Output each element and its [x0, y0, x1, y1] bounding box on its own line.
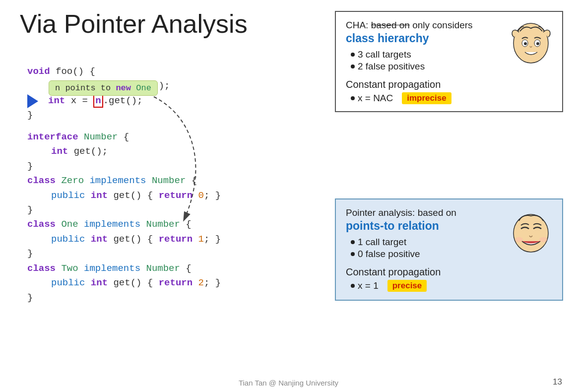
val-zero: 0 — [198, 189, 204, 203]
bullet-x-nac: x = NAC imprecise — [351, 92, 473, 104]
bullet-text-3: x = NAC — [358, 93, 393, 104]
svg-point-5 — [536, 42, 539, 45]
code-line-two-get: public int get() { return 2 ; } — [27, 276, 221, 290]
code-area: void foo() { Number n = new One (); int … — [27, 65, 221, 305]
keyword-class3: class — [27, 261, 56, 276]
bullet-dot-3 — [351, 96, 355, 100]
code-foo: foo() { — [56, 65, 95, 79]
code-line-brace2: } — [27, 159, 221, 174]
brace-open5: { — [186, 261, 191, 276]
bullet-dot-4 — [351, 240, 355, 244]
keyword-implements1: implements — [89, 174, 146, 188]
svg-point-8 — [539, 237, 547, 242]
tooltip-bubble: n points to new One — [49, 80, 158, 96]
code-get2: get() { — [113, 189, 153, 203]
code-get1: .get(); — [103, 94, 143, 108]
badge-imprecise: imprecise — [402, 92, 451, 104]
tooltip-new: new — [116, 83, 131, 93]
code-line-brace4: } — [27, 247, 221, 261]
brace-close1: } — [27, 108, 33, 123]
cha-line1: CHA: based on only considers — [346, 20, 473, 31]
class-number-ref3: Number — [146, 261, 180, 276]
bullet-text-5: 0 false positive — [358, 249, 420, 260]
keyword-int5: int — [91, 276, 108, 290]
brace-close3: } — [27, 203, 33, 217]
bullet-dot-6 — [351, 284, 355, 288]
keyword-public2: public — [51, 232, 85, 247]
code-line-zero: class Zero implements Number { — [27, 174, 221, 188]
brace-close2: } — [27, 159, 33, 174]
keyword-class1: class — [27, 174, 56, 188]
keyword-implements3: implements — [84, 261, 140, 276]
keyword-interface: interface — [27, 130, 78, 144]
slide-title: Via Pointer Analysis — [20, 9, 248, 39]
code-semi2: ; } — [204, 232, 221, 247]
brace-open4: { — [186, 217, 191, 232]
class-number-ref2: Number — [146, 217, 180, 232]
code-line-brace3: } — [27, 203, 221, 217]
keyword-public3: public — [51, 276, 85, 290]
badge-precise: precise — [387, 280, 427, 292]
keyword-int2: int — [51, 144, 68, 159]
code-line-one-get: public int get() { return 1 ; } — [27, 232, 221, 247]
bullet-text-1: 3 call targets — [358, 49, 411, 60]
brace-open3: { — [192, 174, 197, 188]
class-zero: Zero — [61, 174, 84, 188]
code-line-two: class Two implements Number { — [27, 261, 221, 276]
code-line-interface: interface Number { — [27, 130, 221, 144]
meme-happy — [510, 210, 552, 255]
blue-arrow — [27, 94, 45, 108]
brace-close5: } — [27, 291, 33, 305]
code-get-decl: get(); — [74, 144, 108, 159]
code-line-int: int x = n .get(); — [27, 94, 221, 108]
keyword-return1: return — [159, 189, 192, 203]
bullet-text-6: x = 1 — [358, 280, 379, 291]
bullet-false-positive-0: 0 false positive — [351, 249, 456, 260]
keyword-int1: int — [48, 94, 65, 108]
panel-bottom: Pointer analysis: based on points-to rel… — [335, 198, 563, 301]
cha-strikethrough: based on — [371, 20, 410, 30]
meme-jackie — [510, 22, 552, 67]
val-one: 1 — [198, 232, 204, 247]
bullet-x-1: x = 1 precise — [351, 280, 456, 292]
code-line-one: class One implements Number { — [27, 217, 221, 232]
bullet-dot-2 — [351, 65, 355, 68]
class-one: One — [61, 217, 78, 232]
code-line-void: void foo() { — [27, 65, 221, 79]
code-get3: get() { — [113, 232, 153, 247]
bullet-call-targets: 3 call targets — [351, 49, 473, 60]
slide-number: 13 — [553, 377, 562, 387]
bullet-false-positives: 2 false positives — [351, 61, 473, 72]
footer-text: Tian Tan @ Nanjing University — [0, 379, 577, 387]
code-line-brace1: } — [27, 108, 221, 123]
class-number-ref1: Number — [152, 174, 186, 188]
cha-blue-heading: class hierarchy — [346, 32, 473, 45]
n-boxed: n — [93, 94, 103, 108]
code-x-eq: x = — [71, 94, 88, 108]
pa-blue-heading: points-to relation — [346, 219, 456, 233]
code-semi1: ; } — [204, 189, 221, 203]
const-prop-label-top: Constant propagation — [346, 79, 473, 90]
cha-label: CHA: — [346, 20, 371, 30]
brace-close4: } — [27, 247, 33, 261]
code-line-int-get: int get(); — [27, 144, 221, 159]
code-get4: get() { — [113, 276, 153, 290]
panel-top: CHA: based on only considers class hiera… — [335, 11, 563, 112]
bullet-call-target-1: 1 call target — [351, 237, 456, 248]
keyword-implements2: implements — [84, 217, 140, 232]
bullet-dot-5 — [351, 252, 355, 256]
code-line-zero-get: public int get() { return 0 ; } — [27, 189, 221, 203]
keyword-return3: return — [159, 276, 192, 290]
keyword-void: void — [27, 65, 50, 79]
svg-point-4 — [524, 42, 527, 45]
tooltip-one: One — [136, 83, 151, 93]
pa-line1: Pointer analysis: based on — [346, 207, 456, 218]
bullet-text-2: 2 false positives — [358, 61, 425, 72]
keyword-public1: public — [51, 189, 85, 203]
cha-after: only considers — [412, 20, 472, 30]
code-line-brace5: } — [27, 291, 221, 305]
class-two: Two — [61, 261, 78, 276]
class-number: Number — [84, 130, 118, 144]
code-semi3: ; } — [204, 276, 221, 290]
const-prop-label-bottom: Constant propagation — [346, 266, 456, 278]
